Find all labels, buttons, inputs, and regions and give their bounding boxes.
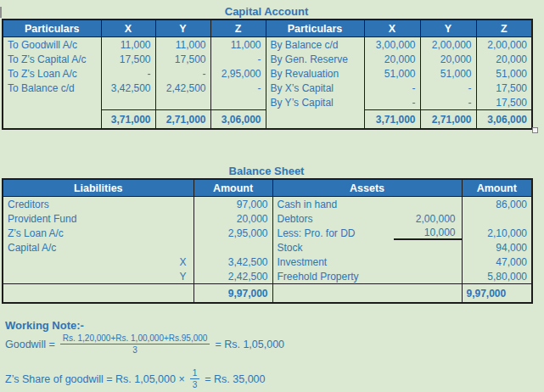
total-cell: 3,71,000 [101, 110, 155, 130]
table-cell: 17,500 [101, 52, 155, 66]
balance-sheet-table: Liabilities Amount Assets Amount Credito… [2, 178, 533, 304]
table-cell: By Gen. Reserve [266, 52, 364, 66]
asset-label: Stock [272, 240, 462, 255]
liability-amount: 20,000 [193, 211, 272, 226]
total-cell: 9,97,000 [193, 284, 272, 304]
table-cell: 51,000 [364, 66, 420, 81]
liability-label: X [3, 255, 193, 269]
total-cell: 9,97,000 [462, 284, 532, 304]
underlined-sub-amount: 10,000 [394, 227, 462, 240]
asset-flex: Debtors 2,00,000 [273, 211, 462, 226]
table-row: Capital A/c Stock 94,000 [3, 240, 532, 255]
total-cell: 2,71,000 [155, 110, 210, 130]
column-header: Z [210, 20, 266, 37]
table-row: To Goodwill A/c 11,000 11,000 11,000 By … [3, 37, 532, 53]
z-share-result: = Rs. 35,000 [205, 373, 265, 385]
column-header: Amount [462, 179, 532, 197]
table-cell [210, 95, 266, 110]
table-cell: By X’s Capital [266, 81, 364, 95]
table-cell: To Balance c/d [3, 81, 101, 95]
capital-totals-row: 3,71,000 2,71,000 3,06,000 3,71,000 2,71… [3, 110, 532, 130]
asset-label: Less: Pro. for DD 10,000 [272, 226, 462, 240]
table-cell [155, 95, 210, 110]
z-share-fraction: 1 3 [190, 368, 200, 389]
column-header: Particulars [266, 20, 364, 37]
asset-amount [462, 211, 532, 226]
table-row: Provident Fund 20,000 Debtors 2,00,000 [3, 211, 532, 226]
table-row: X 3,42,500 Investment 47,000 [3, 255, 532, 269]
goodwill-formula: Goodwill = Rs. 1,20,000+Rs. 1,00,000+Rs.… [5, 333, 284, 355]
table-cell: 20,000 [420, 52, 476, 66]
z-share-formula: Z’s Share of goodwill = Rs. 1,05,000 × 1… [5, 368, 284, 389]
asset-label: Freehold Property [272, 269, 462, 284]
liability-label: Creditors [3, 197, 193, 212]
asset-amount: 5,80,000 [462, 269, 532, 284]
total-cell: 3,06,000 [476, 110, 532, 130]
table-row: Y 2,42,500 Freehold Property 5,80,000 [3, 269, 532, 284]
asset-amount: 2,10,000 [462, 226, 532, 240]
table-cell: 3,42,500 [101, 81, 155, 95]
table-cell [272, 284, 462, 304]
table-cell [3, 284, 193, 304]
liability-label: Z’s Loan A/c [3, 226, 193, 240]
fraction-numerator: Rs. 1,20,000+Rs. 1,00,000+Rs.95,000 [60, 333, 210, 344]
capital-account-table: Particulars X Y Z Particulars X Y Z To G… [2, 19, 533, 130]
liability-amount: 2,42,500 [193, 269, 272, 284]
fraction-numerator: 1 [190, 368, 200, 379]
table-cell [101, 95, 155, 110]
table-cell: - [210, 52, 266, 66]
capital-account-title: Capital Account [2, 5, 531, 18]
table-cell: 17,500 [155, 52, 210, 66]
column-header: Particulars [3, 20, 101, 37]
asset-label: Investment [272, 255, 462, 269]
table-cell [3, 95, 101, 110]
liability-amount: 2,95,000 [193, 226, 272, 240]
working-note-section: Working Note:- Goodwill = Rs. 1,20,000+R… [5, 319, 284, 389]
table-cell: By Y’s Capital [266, 95, 364, 110]
table-cell: 11,000 [155, 37, 210, 53]
table-cell: 2,00,000 [476, 37, 532, 53]
table-cell: - [364, 81, 420, 95]
asset-amount: 86,000 [462, 197, 532, 212]
liability-label: Provident Fund [3, 211, 193, 226]
balance-sheet-header-row: Liabilities Amount Assets Amount [3, 179, 532, 197]
table-cell: - [420, 95, 476, 110]
table-cell: - [101, 66, 155, 81]
table-cell: 2,00,000 [420, 37, 476, 53]
z-share-prefix: Z’s Share of goodwill = Rs. 1,05,000 × [5, 373, 185, 385]
liability-amount: 3,42,500 [193, 255, 272, 269]
table-resize-handle[interactable] [532, 127, 538, 133]
goodwill-result: = Rs. 1,05,000 [215, 339, 284, 350]
column-header: Y [420, 20, 476, 37]
asset-flex: Freehold Property [273, 269, 462, 283]
table-cell: To Z’s Capital A/c [3, 52, 101, 66]
table-row: To Balance c/d 3,42,500 2,42,500 - By X’… [3, 81, 532, 95]
liability-amount: 97,000 [193, 197, 272, 212]
fraction-denominator: 3 [193, 379, 198, 389]
table-row: Creditors 97,000 Cash in hand 86,000 [3, 197, 532, 212]
asset-flex: Stock [273, 240, 462, 255]
goodwill-fraction: Rs. 1,20,000+Rs. 1,00,000+Rs.95,000 3 [60, 333, 210, 355]
liability-amount [193, 240, 272, 255]
column-header: X [364, 20, 420, 37]
working-note-heading: Working Note:- [5, 319, 284, 332]
capital-header-row: Particulars X Y Z Particulars X Y Z [3, 20, 532, 37]
balance-sheet-totals-row: 9,97,000 9,97,000 [3, 284, 532, 304]
column-header: Z [476, 20, 532, 37]
liability-label: Capital A/c [3, 240, 193, 255]
asset-flex: Investment [273, 255, 462, 269]
fraction-denominator: 3 [132, 344, 137, 355]
table-row: By Y’s Capital - - 17,500 [3, 95, 532, 110]
table-cell: 11,000 [101, 37, 155, 53]
table-cell: By Balance c/d [266, 37, 364, 53]
total-cell: 3,06,000 [210, 110, 266, 130]
table-cell: - [364, 95, 420, 110]
table-cell: To Z’s Loan A/c [3, 66, 101, 81]
column-header: Liabilities [3, 179, 193, 197]
table-row: Z’s Loan A/c 2,95,000 Less: Pro. for DD … [3, 226, 532, 240]
column-header: Y [155, 20, 210, 37]
total-cell: 2,71,000 [420, 110, 476, 130]
table-cell: - [155, 66, 210, 81]
table-cell: 11,000 [210, 37, 266, 53]
asset-flex: Cash in hand [273, 197, 462, 211]
